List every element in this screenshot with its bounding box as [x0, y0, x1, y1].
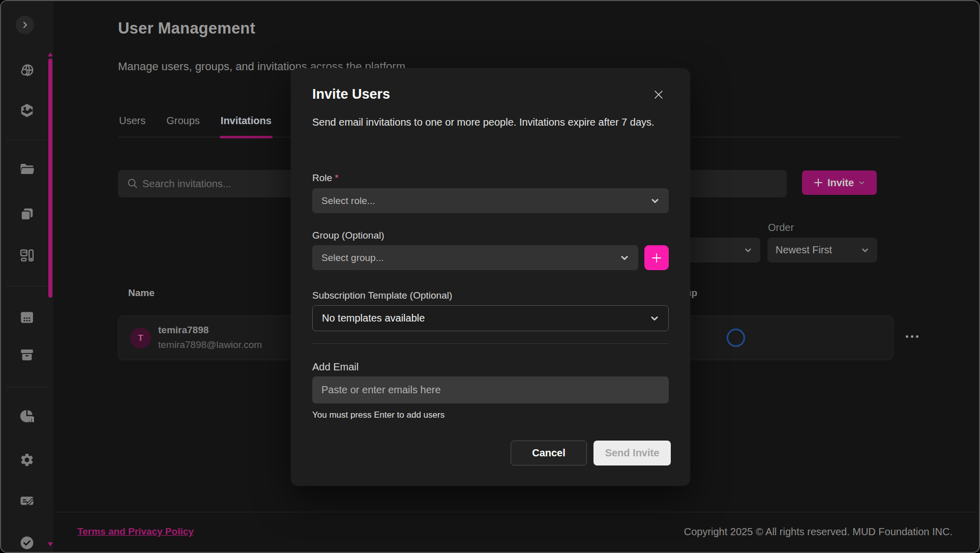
role-select-placeholder: Select role...	[321, 195, 375, 207]
chevron-down-icon	[744, 246, 752, 254]
group-select-placeholder: Select group...	[321, 252, 384, 264]
order-select[interactable]: Newest First	[767, 238, 877, 263]
sidebar-item-settings[interactable]	[17, 450, 37, 470]
template-select[interactable]: No templates available	[312, 305, 669, 331]
row-username: temira7898	[158, 325, 209, 336]
group-select[interactable]: Select group...	[312, 245, 638, 270]
sidebar-divider	[6, 387, 48, 387]
modal-close-button[interactable]	[651, 88, 666, 102]
sidebar-item-boards[interactable]	[17, 246, 37, 265]
avatar: T	[130, 328, 151, 348]
invite-users-modal: Invite Users Send email invitations to o…	[291, 68, 690, 486]
row-actions-menu[interactable]	[906, 335, 918, 338]
cancel-button[interactable]: Cancel	[511, 441, 587, 465]
footer-divider	[54, 512, 979, 512]
required-asterisk: *	[335, 172, 338, 183]
sidebar	[1, 1, 53, 552]
sidebar-expand-button[interactable]	[16, 16, 34, 34]
check-circle-icon	[19, 535, 35, 550]
sidebar-item-assets[interactable]	[17, 101, 37, 120]
tab-invitations[interactable]: Invitations	[220, 114, 273, 137]
plus-icon	[651, 252, 662, 264]
tab-users[interactable]: Users	[118, 114, 146, 137]
role-label: Role *	[312, 172, 339, 184]
order-select-value: Newest First	[776, 244, 832, 256]
ellipsis-icon	[906, 335, 908, 338]
sidebar-item-subscriptions[interactable]	[17, 490, 37, 510]
sidebar-item-approvals[interactable]	[17, 533, 37, 552]
gear-icon	[19, 452, 35, 468]
sidebar-scroll-up-arrow[interactable]	[48, 52, 53, 56]
copyright-text: Copyright 2025 © All rights reserved. MU…	[684, 526, 953, 538]
sidebar-scroll-down-arrow[interactable]	[48, 542, 53, 546]
chevron-down-icon	[620, 253, 629, 263]
template-select-value: No templates available	[322, 312, 425, 324]
page-title: User Management	[118, 19, 255, 38]
dashboard-layout-icon	[19, 248, 35, 263]
copy-layers-icon	[19, 207, 35, 222]
template-label: Subscription Template (Optional)	[312, 290, 452, 301]
invite-button[interactable]: Invite	[802, 170, 877, 195]
row-email: temira7898@lawior.com	[158, 339, 262, 351]
role-select[interactable]: Select role...	[312, 188, 669, 213]
pie-chart-bars-icon	[19, 409, 35, 424]
modal-actions: Cancel Send Invite	[511, 441, 671, 465]
send-invite-button[interactable]: Send Invite	[593, 441, 671, 465]
chevron-down-icon	[861, 246, 869, 254]
terms-privacy-link[interactable]: Terms and Privacy Policy	[77, 526, 194, 537]
status-ring-icon	[727, 329, 745, 347]
chevron-down-icon	[650, 314, 659, 323]
add-group-button[interactable]	[644, 245, 669, 270]
sidebar-item-archive[interactable]	[17, 345, 37, 364]
chevron-down-icon	[650, 196, 660, 206]
sidebar-divider	[6, 286, 48, 286]
group-label: Group (Optional)	[312, 230, 384, 241]
sidebar-item-analytics[interactable]	[17, 406, 37, 426]
folder-icon	[19, 161, 35, 177]
calendar-icon	[19, 310, 35, 325]
modal-title: Invite Users	[312, 86, 390, 102]
email-input[interactable]	[312, 376, 669, 403]
order-label: Order	[768, 222, 794, 234]
modal-divider	[312, 343, 669, 344]
chevron-right-icon	[21, 21, 29, 29]
modal-description: Send email invitations to one or more pe…	[312, 114, 663, 131]
archive-box-icon	[19, 347, 35, 362]
globe-search-icon	[19, 63, 35, 78]
invite-button-label: Invite	[827, 177, 854, 189]
card-edit-icon	[19, 492, 35, 508]
close-icon	[653, 89, 664, 100]
chevron-down-icon	[858, 180, 865, 186]
sidebar-item-calendar[interactable]	[17, 308, 37, 327]
add-email-label: Add Email	[312, 361, 359, 373]
cube-image-icon	[19, 103, 35, 118]
email-helper-text: You must press Enter to add users	[312, 410, 444, 420]
sidebar-item-collections[interactable]	[17, 205, 37, 224]
tab-groups[interactable]: Groups	[165, 114, 201, 137]
app-window: User Management Manage users, groups, an…	[0, 0, 980, 553]
sidebar-item-files[interactable]	[17, 159, 37, 179]
column-header-name: Name	[128, 287, 155, 299]
plus-icon	[814, 178, 823, 187]
sidebar-item-explore[interactable]	[17, 61, 37, 80]
sidebar-scrollbar-thumb[interactable]	[48, 59, 52, 298]
sidebar-divider	[6, 140, 48, 140]
